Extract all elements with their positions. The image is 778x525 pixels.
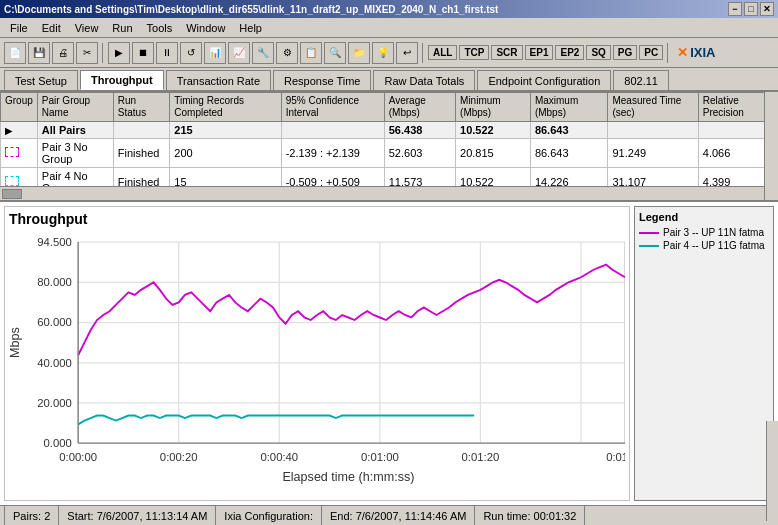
minimize-button[interactable]: −: [728, 2, 742, 16]
legend-panel: Legend Pair 3 -- UP 11N fatma Pair 4 -- …: [634, 206, 774, 501]
ixia-text: IXIA: [690, 45, 715, 60]
tab-raw-data-totals[interactable]: Raw Data Totals: [373, 70, 475, 90]
tab-transaction-rate[interactable]: Transaction Rate: [166, 70, 271, 90]
toolbar-btn-17[interactable]: ↩: [396, 42, 418, 64]
menu-view[interactable]: View: [69, 20, 105, 36]
toolbar-btn-3[interactable]: 🖨: [52, 42, 74, 64]
throughput-chart: 94.500 80.000 60.000 40.000 20.000 0.000…: [9, 229, 625, 494]
all-pairs-expand[interactable]: ▶: [1, 122, 38, 139]
toolbar-btn-6[interactable]: ⏹: [132, 42, 154, 64]
menu-window[interactable]: Window: [180, 20, 231, 36]
toolbar-btn-16[interactable]: 💡: [372, 42, 394, 64]
all-pairs-average: 56.438: [384, 122, 455, 139]
maximize-button[interactable]: □: [744, 2, 758, 16]
toolbar-btn-14[interactable]: 🔍: [324, 42, 346, 64]
table-scrollbar[interactable]: [764, 92, 778, 200]
tag-tcp[interactable]: TCP: [459, 45, 489, 60]
table-row: Pair 3 No Group Finished 200 -2.139 : +2…: [1, 139, 778, 168]
toolbar-btn-13[interactable]: 📋: [300, 42, 322, 64]
toolbar-btn-1[interactable]: 📄: [4, 42, 26, 64]
toolbar-btn-12[interactable]: ⚙: [276, 42, 298, 64]
status-runtime: Run time: 00:01:32: [475, 506, 585, 525]
svg-text:0:00:40: 0:00:40: [260, 451, 298, 463]
svg-text:Elapsed time (h:mm:ss): Elapsed time (h:mm:ss): [282, 470, 414, 484]
toolbar-btn-9[interactable]: 📊: [204, 42, 226, 64]
tab-bar: Test Setup Throughput Transaction Rate R…: [0, 68, 778, 92]
status-end: End: 7/6/2007, 11:14:46 AM: [322, 506, 475, 525]
toolbar-sep-2: [422, 43, 424, 63]
tab-test-setup[interactable]: Test Setup: [4, 70, 78, 90]
tab-802-11[interactable]: 802.11: [613, 70, 669, 90]
pair3-icon: [1, 139, 38, 168]
legend-color-pair4: [639, 245, 659, 247]
menu-edit[interactable]: Edit: [36, 20, 67, 36]
col-timing-records: Timing Records Completed: [170, 93, 281, 122]
svg-text:0:01:32: 0:01:32: [606, 451, 625, 463]
ixia-logo: ✕ IXIA: [677, 45, 715, 60]
toolbar-btn-10[interactable]: 📈: [228, 42, 250, 64]
menu-file[interactable]: File: [4, 20, 34, 36]
svg-text:40.000: 40.000: [37, 357, 72, 369]
toolbar-btn-11[interactable]: 🔧: [252, 42, 274, 64]
svg-text:0:00:00: 0:00:00: [59, 451, 97, 463]
close-button[interactable]: ✕: [760, 2, 774, 16]
tab-response-time[interactable]: Response Time: [273, 70, 371, 90]
legend-scrollbar[interactable]: [766, 421, 778, 521]
toolbar-btn-5[interactable]: ▶: [108, 42, 130, 64]
pair3-confidence: -2.139 : +2.139: [281, 139, 384, 168]
chart-title: Throughput: [9, 211, 625, 227]
toolbar-btn-15[interactable]: 📁: [348, 42, 370, 64]
pair3-time: 91.249: [608, 139, 698, 168]
pair3-line: [78, 265, 625, 356]
main-content: Group Pair Group Name Run Status Timing …: [0, 92, 778, 505]
table-area: Group Pair Group Name Run Status Timing …: [0, 92, 778, 202]
status-pairs: Pairs: 2: [4, 506, 59, 525]
svg-text:0:01:20: 0:01:20: [462, 451, 500, 463]
tab-throughput[interactable]: Throughput: [80, 70, 164, 90]
menu-help[interactable]: Help: [233, 20, 268, 36]
all-pairs-row: ▶ All Pairs 215 56.438 10.522 86.643: [1, 122, 778, 139]
toolbar-btn-4[interactable]: ✂: [76, 42, 98, 64]
menu-bar: File Edit View Run Tools Window Help: [0, 18, 778, 38]
col-group: Group: [1, 93, 38, 122]
table-hscrollbar[interactable]: [0, 186, 764, 200]
all-pairs-records: 215: [170, 122, 281, 139]
chart-area: Throughput 94.500 80.000: [0, 202, 778, 505]
status-ixia: Ixia Configuration:: [216, 506, 322, 525]
tab-endpoint-config[interactable]: Endpoint Configuration: [477, 70, 611, 90]
tag-ep2[interactable]: EP2: [555, 45, 584, 60]
col-confidence: 95% Confidence Interval: [281, 93, 384, 122]
status-start: Start: 7/6/2007, 11:13:14 AM: [59, 506, 216, 525]
tag-all[interactable]: ALL: [428, 45, 457, 60]
toolbar-sep-3: [667, 43, 669, 63]
pair3-status: Finished: [113, 139, 169, 168]
status-bar: Pairs: 2 Start: 7/6/2007, 11:13:14 AM Ix…: [0, 505, 778, 525]
tag-pc[interactable]: PC: [639, 45, 663, 60]
menu-run[interactable]: Run: [106, 20, 138, 36]
col-minimum: Minimum (Mbps): [456, 93, 531, 122]
legend-item-pair3: Pair 3 -- UP 11N fatma: [639, 227, 769, 238]
all-pairs-name: All Pairs: [37, 122, 113, 139]
toolbar-btn-7[interactable]: ⏸: [156, 42, 178, 64]
toolbar-btn-8[interactable]: ↺: [180, 42, 202, 64]
tag-pg[interactable]: PG: [613, 45, 637, 60]
pair3-average: 52.603: [384, 139, 455, 168]
scroll-thumb[interactable]: [2, 189, 22, 199]
pair3-minimum: 20.815: [456, 139, 531, 168]
pair4-line: [78, 416, 474, 425]
col-time: Measured Time (sec): [608, 93, 698, 122]
all-pairs-time: [608, 122, 698, 139]
pair3-records: 200: [170, 139, 281, 168]
legend-color-pair3: [639, 232, 659, 234]
menu-tools[interactable]: Tools: [141, 20, 179, 36]
all-pairs-status: [113, 122, 169, 139]
title-bar: C:\Documents and Settings\Tim\Desktop\dl…: [0, 0, 778, 18]
svg-text:0:01:00: 0:01:00: [361, 451, 399, 463]
col-average: Average (Mbps): [384, 93, 455, 122]
tag-ep1[interactable]: EP1: [525, 45, 554, 60]
tag-sq[interactable]: SQ: [586, 45, 610, 60]
legend-label-pair3: Pair 3 -- UP 11N fatma: [663, 227, 764, 238]
toolbar-btn-2[interactable]: 💾: [28, 42, 50, 64]
svg-text:Mbps: Mbps: [9, 327, 22, 358]
tag-scr[interactable]: SCR: [491, 45, 522, 60]
